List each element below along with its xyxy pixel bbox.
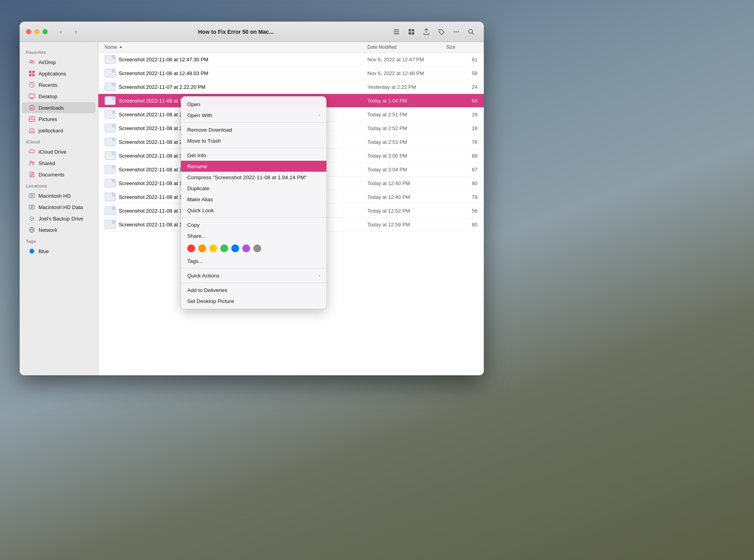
file-size: 88 <box>446 153 477 159</box>
list-view-button[interactable] <box>390 26 403 38</box>
sidebar-item-documents[interactable]: Documents <box>22 169 96 180</box>
context-menu-item-label: Quick Look <box>187 207 214 213</box>
context-menu-item-make-alias[interactable]: Make Alias <box>181 194 326 205</box>
minimize-button[interactable] <box>34 29 39 34</box>
context-menu-item-label: Duplicate <box>187 185 209 191</box>
recents-icon <box>28 81 35 88</box>
toolbar-actions <box>390 26 477 38</box>
name-column-header[interactable]: Name <box>105 44 367 50</box>
file-size: 24 <box>446 84 477 90</box>
context-menu-item-compress[interactable]: Compress "Screenshot 2022-11-08 at 1.04.… <box>181 172 326 183</box>
context-menu-item-remove-download[interactable]: Remove Download <box>181 124 326 135</box>
file-date: Yesterday at 2:22 PM <box>367 84 446 90</box>
file-row[interactable]: Screenshot 2022-11-06 at 12.47.30 PMNov … <box>98 53 484 66</box>
context-menu-item-set-desktop[interactable]: Set Desktop Picture <box>181 296 326 307</box>
back-button[interactable]: ‹ <box>55 26 66 37</box>
file-row[interactable]: Screenshot 2022-11-07 at 2.22.20 PMYeste… <box>98 80 484 94</box>
svg-rect-4 <box>412 29 414 31</box>
forward-button[interactable]: › <box>70 26 81 37</box>
search-button[interactable] <box>465 26 477 38</box>
context-menu-item-label: Open With <box>187 112 212 118</box>
context-menu-item-tags[interactable]: Tags... <box>181 255 326 266</box>
color-dot-blue[interactable] <box>231 244 239 252</box>
macintosh-hd-data-label: Macintosh HD Data <box>39 204 83 210</box>
sidebar-item-desktop[interactable]: Desktop <box>22 91 96 102</box>
file-date: Today at 1:04 PM <box>367 98 446 104</box>
svg-point-21 <box>33 162 34 163</box>
context-menu-item-open-with[interactable]: Open With› <box>181 110 326 121</box>
context-menu-item-quick-look[interactable]: Quick Look <box>181 205 326 216</box>
file-name: Screenshot 2022-11-06 at 12.47.30 PM <box>119 57 208 62</box>
file-date: Nov 6, 2022 at 12:48 PM <box>367 70 446 76</box>
file-list-header: Name Date Modified Size <box>98 42 484 53</box>
sidebar-item-airdrop[interactable]: AirDrop <box>22 57 96 68</box>
home-icon <box>28 127 35 134</box>
context-menu-item-move-to-trash[interactable]: Move to Trash <box>181 135 326 146</box>
file-name: Screenshot 2022-11-07 at 2.22.20 PM <box>119 84 205 90</box>
macintosh-hd-icon <box>28 192 35 199</box>
documents-label: Documents <box>39 172 65 178</box>
sidebar-item-icloud-drive[interactable]: iCloud Drive <box>22 146 96 157</box>
window-title: How to Fix Error 50 on Mac... <box>85 29 386 35</box>
svg-rect-17 <box>29 94 35 98</box>
file-size: 80 <box>446 222 477 228</box>
blue-tag-icon <box>28 248 35 255</box>
color-dot-green[interactable] <box>220 244 228 252</box>
color-dot-purple[interactable] <box>242 244 250 252</box>
sidebar-item-recents[interactable]: Recents <box>22 79 96 90</box>
sidebar-item-applications[interactable]: Applications <box>22 68 96 79</box>
context-menu-item-rename[interactable]: Rename <box>181 161 326 172</box>
svg-rect-14 <box>29 74 31 76</box>
file-icon <box>105 138 116 146</box>
icloud-drive-label: iCloud Drive <box>39 149 66 155</box>
context-menu-item-get-info[interactable]: Get Info <box>181 150 326 161</box>
share-button[interactable] <box>420 26 433 38</box>
tag-button[interactable] <box>435 26 448 38</box>
context-menu-separator <box>181 148 326 148</box>
sidebar-item-macintosh-hd-data[interactable]: Macintosh HD Data <box>22 202 96 213</box>
file-icon <box>105 110 116 119</box>
color-dot-orange[interactable] <box>198 244 206 252</box>
color-dot-yellow[interactable] <box>209 244 217 252</box>
submenu-chevron-icon: › <box>319 113 320 118</box>
svg-point-7 <box>440 30 441 31</box>
color-dot-red[interactable] <box>187 244 195 252</box>
context-menu-item-copy[interactable]: Copy <box>181 219 326 230</box>
svg-point-24 <box>31 195 32 196</box>
maximize-button[interactable] <box>42 29 48 34</box>
sidebar-item-network[interactable]: Network <box>22 224 96 235</box>
file-row[interactable]: Screenshot 2022-11-06 at 12.48.03 PMNov … <box>98 66 484 80</box>
context-menu-item-open[interactable]: Open <box>181 99 326 110</box>
context-menu-separator <box>181 217 326 218</box>
context-menu-item-add-to-deliveries[interactable]: Add to Deliveries <box>181 285 326 296</box>
color-dots-row <box>181 241 326 255</box>
file-name-cell: Screenshot 2022-11-06 at 12.48.03 PM <box>105 69 367 77</box>
applications-label: Applications <box>39 71 66 77</box>
sidebar-item-blue-tag[interactable]: Blue <box>22 246 96 257</box>
context-menu-item-share[interactable]: Share... <box>181 230 326 241</box>
grid-view-button[interactable] <box>405 26 418 38</box>
sidebar-item-shared[interactable]: Shared <box>22 158 96 169</box>
joellockard-label: joellockard <box>39 128 63 134</box>
context-menu-item-label: Move to Trash <box>187 138 221 144</box>
file-size: 64 <box>446 98 477 104</box>
date-column-header[interactable]: Date Modified <box>367 44 446 50</box>
pictures-icon <box>28 116 35 123</box>
context-menu-item-label: Compress "Screenshot 2022-11-08 at 1.04.… <box>187 174 307 180</box>
svg-rect-6 <box>412 32 414 35</box>
sidebar-item-joellockard[interactable]: joellockard <box>22 125 96 136</box>
svg-rect-1 <box>394 31 399 32</box>
sidebar-item-downloads[interactable]: Downloads <box>22 102 96 113</box>
context-menu-item-quick-actions[interactable]: Quick Actions› <box>181 270 326 281</box>
downloads-icon <box>28 104 35 111</box>
file-date: Today at 3:00 PM <box>367 153 446 159</box>
sidebar-item-pictures[interactable]: Pictures <box>22 114 96 125</box>
sidebar-item-joels-backup[interactable]: Joel's Backup Drive <box>22 213 96 224</box>
color-dot-gray[interactable] <box>253 244 261 252</box>
close-button[interactable] <box>26 29 31 34</box>
svg-point-10 <box>458 31 459 32</box>
sidebar-item-macintosh-hd[interactable]: Macintosh HD <box>22 190 96 201</box>
more-button[interactable] <box>450 26 463 38</box>
context-menu-item-duplicate[interactable]: Duplicate <box>181 183 326 194</box>
size-column-header[interactable]: Size <box>446 44 477 50</box>
